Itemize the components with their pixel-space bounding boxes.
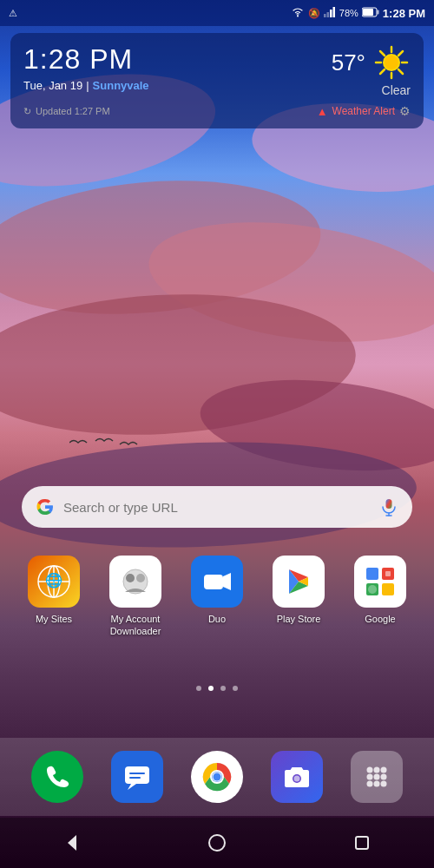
- battery-percentage: 78%: [339, 8, 358, 18]
- dock-item-chrome[interactable]: [191, 751, 243, 803]
- nav-bar: [0, 818, 434, 868]
- svg-point-37: [368, 585, 377, 594]
- app-item-playstore[interactable]: Play Store: [264, 556, 333, 625]
- search-input[interactable]: [63, 486, 371, 528]
- svg-text:🌐: 🌐: [45, 572, 62, 589]
- warning-icon: ⚠: [9, 8, 17, 19]
- weather-date: Tue, Jan 19: [23, 79, 82, 92]
- weather-temperature: 57°: [332, 49, 365, 76]
- dock-item-camera[interactable]: [271, 751, 323, 803]
- svg-marker-57: [68, 835, 76, 851]
- google-logo: [36, 497, 55, 516]
- app-label-myaccount: My Account Downloader: [110, 613, 161, 638]
- svg-rect-36: [385, 571, 391, 576]
- svg-point-49: [374, 767, 380, 773]
- weather-alert-row[interactable]: ↻ Updated 1:27 PM ▲ Weather Alert ⚙: [23, 104, 411, 118]
- dock-item-messages[interactable]: [111, 751, 163, 803]
- home-button[interactable]: [200, 825, 234, 860]
- svg-point-0: [297, 16, 299, 17]
- back-button[interactable]: [55, 825, 89, 860]
- svg-point-53: [381, 774, 387, 780]
- svg-point-56: [381, 781, 387, 787]
- svg-rect-4: [332, 7, 335, 17]
- svg-point-50: [381, 767, 387, 773]
- search-bar[interactable]: [22, 486, 412, 528]
- weather-left: 1:28 PM Tue, Jan 19 | Sunnyvale: [23, 43, 149, 92]
- dock-item-launcher[interactable]: [351, 751, 403, 803]
- app-icon-playstore: [273, 556, 325, 608]
- svg-point-17: [385, 56, 398, 69]
- page-dot-3[interactable]: [220, 686, 226, 691]
- svg-point-58: [209, 835, 225, 851]
- svg-line-15: [398, 51, 403, 56]
- date-separator: |: [86, 79, 89, 92]
- alert-triangle-icon: ▲: [317, 105, 328, 118]
- weather-temp-row: 57°: [332, 43, 411, 82]
- svg-rect-3: [330, 10, 332, 17]
- recents-button[interactable]: [345, 825, 379, 860]
- status-left: ⚠: [9, 8, 17, 19]
- weather-update: ↻ Updated 1:27 PM: [23, 106, 110, 117]
- app-item-google[interactable]: Google: [345, 556, 415, 625]
- svg-rect-1: [324, 14, 326, 17]
- svg-point-51: [367, 774, 373, 780]
- status-right: 🔕 78% 1:28 PM: [291, 7, 425, 20]
- svg-line-14: [398, 69, 403, 74]
- update-text: Updated 1:27 PM: [36, 106, 110, 116]
- svg-point-45: [214, 773, 221, 781]
- svg-rect-59: [356, 837, 368, 849]
- dock: [0, 738, 434, 816]
- app-label-playstore: Play Store: [277, 613, 321, 625]
- app-icon-duo: [191, 556, 243, 608]
- signal-icon: [324, 7, 336, 19]
- svg-rect-18: [386, 499, 392, 509]
- birds-decoration: [69, 434, 139, 453]
- weather-top: 1:28 PM Tue, Jan 19 | Sunnyvale 57°: [23, 43, 411, 97]
- weather-alert-text: Weather Alert: [332, 105, 395, 117]
- weather-date-row: Tue, Jan 19 | Sunnyvale: [23, 79, 149, 92]
- svg-rect-35: [382, 583, 394, 595]
- svg-rect-38: [125, 766, 149, 784]
- sun-icon: [372, 43, 411, 82]
- status-time: 1:28 PM: [383, 7, 425, 20]
- page-dots: [0, 686, 434, 691]
- app-icon-mysites: 🌐: [28, 556, 80, 608]
- microphone-icon[interactable]: [379, 497, 398, 516]
- svg-rect-29: [204, 575, 223, 589]
- page-dot-4[interactable]: [233, 686, 238, 691]
- refresh-icon: ↻: [23, 106, 31, 117]
- svg-rect-2: [326, 12, 329, 17]
- app-grid: 🌐 My Sites My Account Downloader Duo: [0, 547, 434, 647]
- weather-widget: 1:28 PM Tue, Jan 19 | Sunnyvale 57°: [10, 33, 424, 128]
- app-item-myaccount[interactable]: My Account Downloader: [101, 556, 170, 638]
- svg-point-52: [374, 774, 380, 780]
- svg-point-48: [367, 767, 373, 773]
- svg-point-55: [374, 781, 380, 787]
- svg-point-54: [367, 781, 373, 787]
- app-label-mysites: My Sites: [36, 613, 72, 625]
- svg-marker-39: [128, 784, 136, 790]
- silent-icon: 🔕: [308, 8, 320, 19]
- svg-line-16: [380, 69, 385, 74]
- svg-point-27: [126, 574, 135, 582]
- svg-point-28: [136, 574, 145, 582]
- weather-location[interactable]: Sunnyvale: [93, 79, 149, 92]
- status-bar: ⚠ 🔕 78% 1:28 PM: [0, 0, 434, 26]
- app-label-duo: Duo: [208, 613, 226, 625]
- page-dot-1[interactable]: [196, 686, 201, 691]
- app-item-mysites[interactable]: 🌐 My Sites: [19, 556, 89, 625]
- weather-settings-icon[interactable]: ⚙: [399, 104, 411, 118]
- app-icon-google: [354, 556, 406, 608]
- svg-point-47: [294, 776, 300, 782]
- weather-right: 57° Clear: [332, 43, 411, 97]
- wifi-icon: [291, 7, 305, 19]
- svg-marker-30: [223, 573, 231, 590]
- svg-line-13: [380, 51, 385, 56]
- dock-item-phone[interactable]: [31, 751, 83, 803]
- battery-icon: [362, 7, 379, 19]
- app-label-google: Google: [365, 613, 395, 625]
- page-dot-home[interactable]: [208, 686, 214, 691]
- weather-time: 1:28 PM: [23, 43, 149, 76]
- app-item-duo[interactable]: Duo: [182, 556, 252, 625]
- svg-rect-32: [366, 568, 378, 580]
